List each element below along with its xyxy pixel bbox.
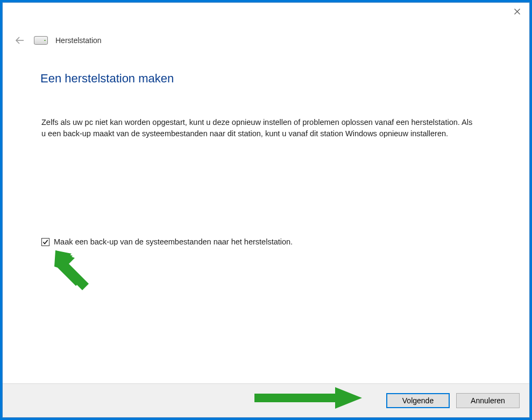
wizard-name-label: Herstelstation	[55, 36, 102, 45]
cancel-button[interactable]: Annuleren	[456, 393, 520, 408]
back-button[interactable]	[13, 34, 26, 47]
body-text: Zelfs als uw pc niet kan worden opgestar…	[41, 117, 476, 139]
svg-marker-3	[54, 250, 82, 286]
close-icon	[514, 9, 520, 15]
annotation-arrow-checkbox	[51, 246, 100, 295]
page-title: Een herstelstation maken	[40, 72, 174, 86]
titlebar	[3, 3, 529, 20]
backup-checkbox-label: Maak een back-up van de systeembestanden…	[54, 237, 293, 246]
next-button[interactable]: Volgende	[386, 393, 450, 408]
footer: Volgende Annuleren	[3, 384, 529, 417]
svg-marker-5	[56, 251, 75, 265]
back-arrow-icon	[15, 35, 25, 46]
drive-icon	[34, 36, 48, 45]
svg-marker-4	[55, 250, 73, 268]
backup-checkbox[interactable]	[41, 238, 49, 246]
svg-marker-6	[59, 261, 89, 290]
wizard-header: Herstelstation	[13, 34, 102, 47]
wizard-window: Herstelstation Een herstelstation maken …	[2, 2, 530, 418]
checkmark-icon	[42, 239, 48, 245]
close-button[interactable]	[505, 3, 529, 20]
backup-checkbox-row[interactable]: Maak een back-up van de systeembestanden…	[41, 237, 293, 246]
